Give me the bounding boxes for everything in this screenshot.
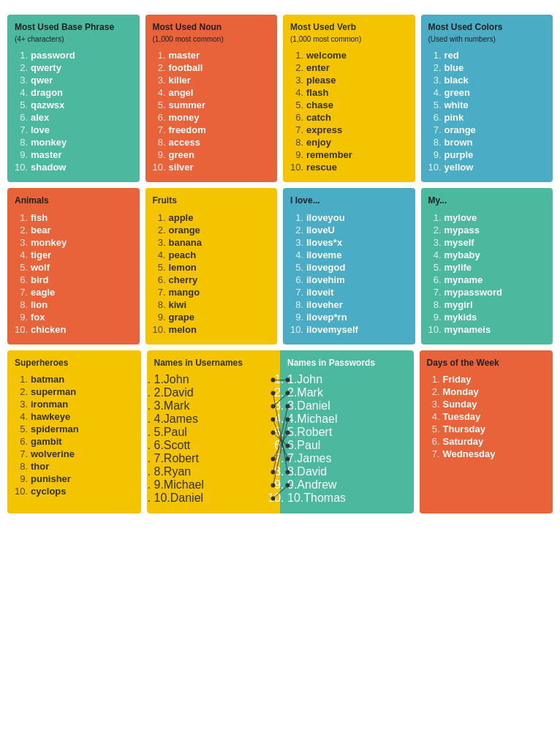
list-item: 8.kiwi [153, 298, 270, 311]
list-item: 9.green [153, 148, 270, 161]
list-item: 5.ilovegod [290, 261, 408, 274]
list-item: 8.enjoy [290, 136, 408, 148]
card-names-passwords-title: Names in Passwords [287, 358, 406, 369]
list-item: 3.banana [153, 236, 270, 249]
card-animals: Animals 1.fish2.bear3.monkey4.tiger5.wol… [7, 188, 140, 345]
card-superheroes-title: Superheroes [15, 358, 134, 369]
card-days: Days of the Week 1.Friday2.Monday3.Sunda… [420, 350, 553, 514]
list-item: 3.monkey [15, 236, 132, 249]
list-item: 9.punisher [15, 473, 134, 485]
list-item: 7.Robert [154, 452, 273, 465]
list-item: 10.Thomas [287, 492, 406, 505]
list-item: 5.qazwsx [15, 99, 132, 111]
list-item: 6.ilovehim [290, 274, 408, 286]
list-item: 10.cyclops [15, 485, 134, 497]
list-item: 8.lion [15, 298, 132, 311]
list-item: 2.IloveU [290, 224, 408, 236]
list-item: 10.shadow [15, 161, 132, 173]
list-item: 2.bear [15, 224, 132, 236]
list-item: 2.Mark [287, 386, 406, 399]
list-item: 1.password [15, 49, 132, 61]
list-item: 8.access [153, 136, 270, 148]
list-item: 6.bird [15, 274, 132, 286]
list-item: 6.alex [15, 111, 132, 124]
list-item: 1.apple [153, 211, 270, 224]
card-colors-title: Most Used Colors (Used with numbers) [428, 22, 546, 45]
list-item: 3.qwer [15, 74, 132, 86]
list-item: 4.green [428, 86, 546, 99]
list-item: 9.master [15, 148, 132, 161]
list-item: 10.yellow [428, 161, 546, 173]
list-item: 2.enter [290, 61, 408, 74]
list-item: 4.dragon [15, 86, 132, 99]
list-item: 4.hawkeye [15, 410, 134, 423]
list-item: 9.mykids [428, 311, 546, 323]
list-item: 9.remember [290, 148, 408, 161]
list-item: 6.Scott [154, 439, 273, 452]
list-item: 7.wolverine [15, 448, 134, 460]
list-item: 9.Michael [154, 478, 273, 492]
list-item: 6.money [153, 111, 270, 124]
list-item: 4.Michael [287, 413, 406, 426]
list-item: 8.David [287, 465, 406, 478]
card-names-usernames-title: Names in Usernames [154, 358, 273, 369]
list-item: 8.brown [428, 136, 546, 148]
list-item: 4.tiger [15, 249, 132, 261]
list-item: 9.Andrew [287, 478, 406, 492]
card-days-title: Days of the Week [427, 358, 546, 369]
list-item: 1.John [287, 373, 406, 386]
list-item: 10.ilovemyself [290, 323, 408, 336]
list-item: 2.blue [428, 61, 546, 74]
list-item: 4.angel [153, 86, 270, 99]
card-colors: Most Used Colors (Used with numbers) 1.r… [421, 15, 553, 182]
card-my: My... 1.mylove2.mypass3.myself4.mybaby5.… [421, 188, 553, 345]
list-item: 6.catch [290, 111, 408, 124]
list-item: 1.welcome [290, 49, 408, 61]
list-item: 7.eagle [15, 286, 132, 298]
list-item: 7.iloveit [290, 286, 408, 298]
list-item: 1.John [154, 373, 273, 386]
card-verb: Most Used Verb (1,000 most common) 1.wel… [283, 15, 415, 182]
list-item: 3.please [290, 74, 408, 86]
list-item: 8.iloveher [290, 298, 408, 311]
list-item: 10.silver [153, 161, 270, 173]
list-item: 7.love [15, 124, 132, 136]
card-base-phrase-title: Most Used Base Phrase (4+ characters) [15, 22, 132, 45]
list-item: 3.black [428, 74, 546, 86]
list-item: 8.thor [15, 460, 134, 473]
card-ilove: I love... 1.iloveyou2.IloveU3.Iloves*x4.… [283, 188, 415, 345]
list-item: 9.fox [15, 311, 132, 323]
card-names-usernames: Names in Usernames 1.John2.David3.Mark4.… [147, 350, 281, 514]
list-item: 1.master [153, 49, 270, 61]
list-item: 6.gambit [15, 435, 134, 448]
list-item: 2.qwerty [15, 61, 132, 74]
list-item: 9.purple [428, 148, 546, 161]
card-superheroes: Superheroes 1.batman2.superman3.ironman4… [7, 350, 141, 514]
list-item: 7.mango [153, 286, 270, 298]
list-item: 3.Daniel [287, 399, 406, 413]
card-base-phrase: Most Used Base Phrase (4+ characters) 1.… [7, 15, 140, 182]
list-item: 3.Sunday [427, 398, 546, 410]
list-item: 5.Thursday [427, 423, 546, 435]
list-item: 7.orange [428, 124, 546, 136]
card-noun-title: Most Used Noun (1,000 most common) [153, 22, 270, 45]
list-item: 6.pink [428, 111, 546, 124]
list-item: 5.Paul [154, 426, 273, 439]
list-item: 2.superman [15, 385, 134, 398]
list-item: 5.mylife [428, 261, 546, 274]
list-item: 6.Saturday [427, 435, 546, 448]
list-item: 1.Friday [427, 373, 546, 385]
list-item: 8.Ryan [154, 465, 273, 478]
list-item: 10.chicken [15, 323, 132, 336]
list-item: 3.Iloves*x [290, 236, 408, 249]
list-item: 5.chase [290, 99, 408, 111]
list-item: 2.Monday [427, 385, 546, 398]
list-item: 6.cherry [153, 274, 270, 286]
list-item: 10.rescue [290, 161, 408, 173]
list-item: 2.orange [153, 224, 270, 236]
list-item: 4.James [154, 413, 273, 426]
list-item: 3.killer [153, 74, 270, 86]
list-item: 1.red [428, 49, 546, 61]
list-item: 4.flash [290, 86, 408, 99]
card-my-title: My... [428, 195, 546, 207]
